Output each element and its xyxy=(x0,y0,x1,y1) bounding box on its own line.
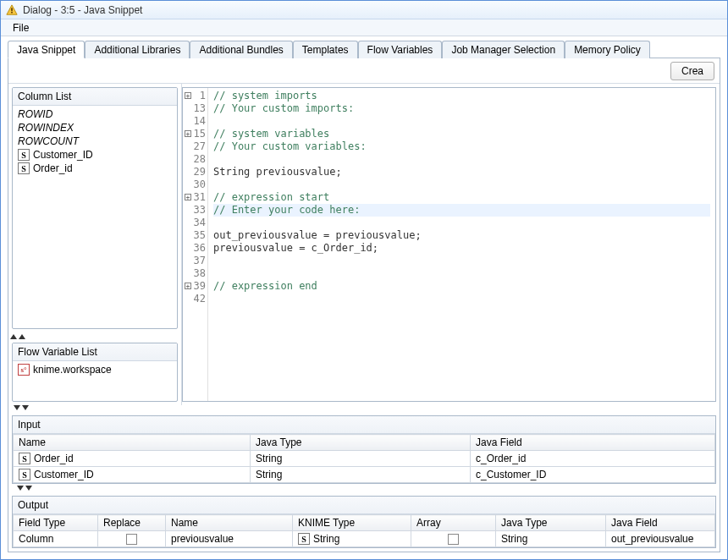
tab-additional-bundles[interactable]: Additional Bundles xyxy=(190,41,292,58)
col-name[interactable]: Name xyxy=(166,515,293,531)
tab-row: Java Snippet Additional Libraries Additi… xyxy=(8,40,720,58)
list-item: ROWINDEX xyxy=(16,121,174,135)
list-item: s°knime.workspace xyxy=(16,363,174,376)
menubar: File xyxy=(1,19,727,36)
create-button[interactable]: Crea xyxy=(670,62,714,80)
fold-icon[interactable]: + xyxy=(185,283,191,289)
input-table-title: Input xyxy=(13,416,715,434)
flow-var-icon: s° xyxy=(18,364,30,376)
svg-rect-1 xyxy=(11,8,13,11)
table-header-row: Name Java Type Java Field xyxy=(14,435,715,451)
flow-variable-title: Flow Variable List xyxy=(13,343,177,361)
splitter[interactable] xyxy=(8,405,720,412)
tables-area: Input Name Java Type Java Field SOrder_i… xyxy=(8,412,720,552)
string-type-icon: S xyxy=(18,162,30,174)
input-table-group: Input Name Java Type Java Field SOrder_i… xyxy=(12,415,716,484)
output-table-title: Output xyxy=(13,497,715,514)
col-name[interactable]: Name xyxy=(14,435,251,451)
col-javatype[interactable]: Java Type xyxy=(496,515,606,531)
tab-flow-variables[interactable]: Flow Variables xyxy=(358,41,443,58)
splitter[interactable] xyxy=(12,486,716,492)
string-type-icon: S xyxy=(18,149,30,161)
dialog-window: Dialog - 3:5 - Java Snippet File Java Sn… xyxy=(0,0,728,560)
list-item: SCustomer_ID xyxy=(16,148,174,162)
code-area[interactable]: // system imports// Your custom imports:… xyxy=(208,88,715,401)
fold-icon[interactable]: + xyxy=(185,130,191,137)
app-icon xyxy=(6,4,18,16)
column-list-group: Column List ROWID ROWINDEX ROWCOUNT SCus… xyxy=(12,87,178,329)
tab-memory-policy[interactable]: Memory Policy xyxy=(565,41,650,58)
col-knimetype[interactable]: KNIME Type xyxy=(293,515,411,531)
table-row: SOrder_id String c_Order_id xyxy=(14,451,715,467)
col-fieldtype[interactable]: Field Type xyxy=(14,515,98,531)
replace-checkbox[interactable] xyxy=(126,534,137,545)
string-type-icon: S xyxy=(19,469,30,480)
list-item: ROWCOUNT xyxy=(16,135,174,148)
column-list-body[interactable]: ROWID ROWINDEX ROWCOUNT SCustomer_ID SOr… xyxy=(13,106,177,328)
top-toolbar: Crea xyxy=(8,58,720,84)
table-row: Column previousvalue SString String out_… xyxy=(14,531,715,547)
col-javatype[interactable]: Java Type xyxy=(251,435,471,451)
list-item: SOrder_id xyxy=(16,162,174,175)
col-array[interactable]: Array xyxy=(411,515,496,531)
left-column: Column List ROWID ROWINDEX ROWCOUNT SCus… xyxy=(8,84,182,405)
col-javafield[interactable]: Java Field xyxy=(471,435,715,451)
string-type-icon: S xyxy=(19,453,30,464)
col-replace[interactable]: Replace xyxy=(98,515,166,531)
code-editor[interactable]: 1+131415+2728293031+33343536373839+42 //… xyxy=(182,87,716,402)
panel-body: Crea Column List ROWID ROWINDEX ROWCOUNT… xyxy=(8,58,720,552)
list-item: ROWID xyxy=(16,107,174,121)
string-type-icon: S xyxy=(298,533,310,545)
titlebar: Dialog - 3:5 - Java Snippet xyxy=(1,1,727,19)
tab-java-snippet[interactable]: Java Snippet xyxy=(8,41,85,58)
table-row: SCustomer_ID String c_Customer_ID xyxy=(14,467,715,483)
input-table[interactable]: Name Java Type Java Field SOrder_id Stri… xyxy=(13,434,715,483)
menu-file[interactable]: File xyxy=(6,20,36,36)
fold-icon[interactable]: + xyxy=(185,92,191,99)
code-gutter: 1+131415+2728293031+33343536373839+42 xyxy=(183,88,208,401)
output-table[interactable]: Field Type Replace Name KNIME Type Array… xyxy=(13,514,715,547)
table-header-row: Field Type Replace Name KNIME Type Array… xyxy=(14,515,715,531)
column-list-title: Column List xyxy=(13,88,177,106)
output-table-group: Output Field Type Replace Name KNIME Typ… xyxy=(12,496,716,548)
content-area: Java Snippet Additional Libraries Additi… xyxy=(1,36,727,559)
splitter[interactable] xyxy=(8,332,181,339)
window-title: Dialog - 3:5 - Java Snippet xyxy=(23,4,142,16)
fold-icon[interactable]: + xyxy=(185,194,191,200)
array-checkbox[interactable] xyxy=(448,534,459,545)
tab-additional-libraries[interactable]: Additional Libraries xyxy=(85,41,190,58)
flow-variable-body[interactable]: s°knime.workspace xyxy=(13,361,177,401)
svg-rect-2 xyxy=(11,11,13,13)
col-javafield[interactable]: Java Field xyxy=(606,515,715,531)
tab-templates[interactable]: Templates xyxy=(293,41,358,58)
tab-job-manager[interactable]: Job Manager Selection xyxy=(442,41,565,58)
flow-variable-group: Flow Variable List s°knime.workspace xyxy=(12,343,178,402)
mid-area: Column List ROWID ROWINDEX ROWCOUNT SCus… xyxy=(8,84,720,405)
